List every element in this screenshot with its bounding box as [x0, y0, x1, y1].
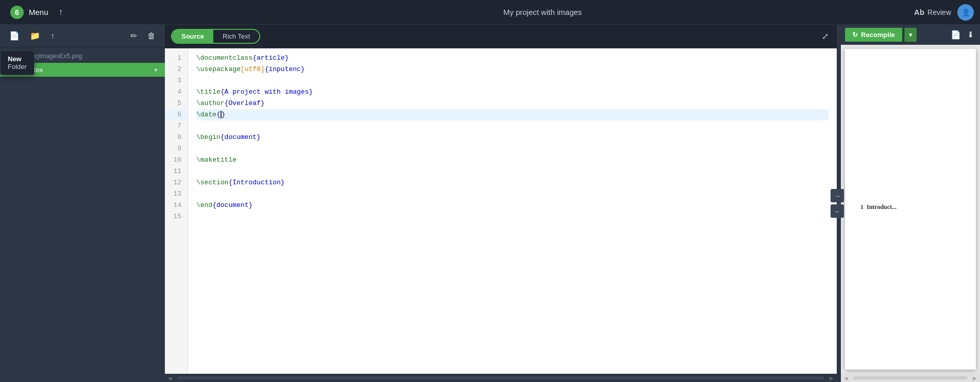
recompile-dropdown-button[interactable]: ▾: [904, 28, 917, 42]
tab-source[interactable]: Source: [171, 29, 213, 44]
user-avatar[interactable]: 👤: [957, 4, 974, 21]
chevron-down-icon: ▼: [153, 67, 159, 73]
line-num-11: 11: [165, 166, 188, 177]
upload-button[interactable]: ↑: [47, 29, 58, 43]
recompile-icon: ↻: [852, 31, 858, 39]
review-label: Review: [927, 8, 951, 16]
code-line-13: [196, 188, 829, 200]
folder-label: Folder: [8, 63, 27, 71]
editor-tabs-right: ⤢: [820, 29, 831, 43]
code-line-6: \date{}: [196, 109, 829, 120]
tex-file-name: main.tex: [18, 66, 153, 74]
line-num-6: 6: [165, 109, 188, 120]
line-num-10: 10: [165, 154, 188, 166]
section-number: 1: [860, 203, 864, 211]
code-line-14: \end{document}: [196, 200, 829, 211]
recompile-label: Recompile: [861, 31, 895, 39]
top-bar-left: 6 Menu ↑: [6, 4, 171, 21]
new-folder-tooltip: New Folder: [0, 50, 35, 75]
line-num-1: 1: [165, 53, 188, 64]
top-bar: 6 Menu ↑ My project with images Ab Revie…: [0, 0, 980, 25]
history-button[interactable]: ↑: [57, 5, 65, 20]
code-line-9: [196, 143, 829, 154]
sidebar: 📄 📁 ↑ ✏ 🗑 New Folder 🖼 InsertingImagesEx…: [0, 25, 165, 382]
scroll-left-arrow[interactable]: ◀: [165, 375, 175, 381]
new-file-button[interactable]: 📄: [6, 29, 23, 43]
editor-area: Source Rich Text ⤢ 1 2 3 4 5 6 7 8 9 10 …: [165, 25, 837, 382]
line-num-13: 13: [165, 188, 188, 200]
menu-label: Menu: [29, 8, 48, 16]
recompile-button[interactable]: ↻ Recompile: [845, 28, 902, 42]
nav-right-button[interactable]: →: [831, 189, 844, 202]
line-num-12: 12: [165, 177, 188, 188]
pdf-section-heading: 1 Introduct...: [860, 203, 960, 211]
code-line-8: \begin{document}: [196, 132, 829, 143]
line-num-15: 15: [165, 211, 188, 222]
avatar-icon: 👤: [961, 8, 970, 16]
menu-button[interactable]: 6 Menu: [6, 4, 53, 21]
overleaf-logo: 6: [10, 6, 24, 19]
line-num-8: 8: [165, 132, 188, 143]
line-num-3: 3: [165, 75, 188, 86]
line-num-7: 7: [165, 120, 188, 132]
code-line-4: \title{A project with images}: [196, 86, 829, 98]
line-numbers: 1 2 3 4 5 6 7 8 9 10 11 12 13 14 15: [165, 48, 188, 374]
review-icon: Ab: [914, 8, 924, 16]
expand-button[interactable]: ⤢: [820, 29, 831, 43]
line-num-9: 9: [165, 143, 188, 154]
code-line-15: [196, 211, 829, 222]
code-editor[interactable]: 1 2 3 4 5 6 7 8 9 10 11 12 13 14 15 \doc…: [165, 48, 837, 374]
line-num-14: 14: [165, 200, 188, 211]
pdf-area: → ← ↻ Recompile ▾ 📄 ⬇ 1 Introduct...: [841, 25, 980, 382]
sidebar-toolbar: 📄 📁 ↑ ✏ 🗑: [0, 25, 165, 47]
code-content[interactable]: \documentclass{article} \usepackage[utf8…: [188, 48, 837, 374]
review-button[interactable]: Ab Review: [914, 8, 951, 16]
line-num-5: 5: [165, 98, 188, 109]
nav-arrows: → ←: [831, 189, 844, 218]
code-line-11: [196, 166, 829, 177]
dropdown-icon: ▾: [909, 31, 913, 39]
line-num-2: 2: [165, 64, 188, 75]
top-bar-right: Ab Review 👤: [914, 4, 974, 21]
pdf-scrollbar-bottom[interactable]: ◀ ▶: [841, 374, 980, 382]
file-tree: 🖼 InsertingImagesEx5.png main.tex ▼: [0, 47, 165, 382]
pdf-download-button[interactable]: ⬇: [965, 28, 976, 42]
code-line-10: \maketitle: [196, 154, 829, 166]
tab-richtext[interactable]: Rich Text: [213, 29, 260, 44]
code-line-1: \documentclass{article}: [196, 53, 829, 64]
new-folder-button[interactable]: 📁: [27, 29, 43, 43]
code-line-7: [196, 120, 829, 132]
project-title: My project with images: [171, 8, 914, 16]
new-label: New: [8, 55, 22, 63]
code-line-5: \author{Overleaf}: [196, 98, 829, 109]
code-line-2: \usepackage[utf8]{inputenc}: [196, 64, 829, 75]
edit-button[interactable]: ✏: [127, 29, 140, 43]
pdf-scroll-right-arrow[interactable]: ▶: [970, 375, 980, 381]
code-line-3: [196, 75, 829, 86]
editor-scrollbar-bottom[interactable]: ◀ ▶: [165, 374, 837, 382]
pdf-content: 1 Introduct...: [845, 49, 976, 370]
code-line-12: \section{Introduction}: [196, 177, 829, 188]
main-content: 📄 📁 ↑ ✏ 🗑 New Folder 🖼 InsertingImagesEx…: [0, 25, 980, 382]
section-title: Introduct...: [867, 203, 897, 211]
pdf-toolbar: ↻ Recompile ▾ 📄 ⬇: [841, 25, 980, 45]
editor-tabs: Source Rich Text ⤢: [165, 25, 837, 48]
pdf-preview-button[interactable]: 📄: [949, 28, 963, 42]
scroll-right-arrow[interactable]: ▶: [826, 375, 837, 381]
delete-button[interactable]: 🗑: [144, 29, 159, 43]
pdf-scroll-left-arrow[interactable]: ◀: [841, 375, 851, 381]
nav-left-button[interactable]: ←: [831, 204, 844, 218]
line-num-4: 4: [165, 86, 188, 98]
pdf-page: 1 Introduct...: [845, 49, 976, 232]
